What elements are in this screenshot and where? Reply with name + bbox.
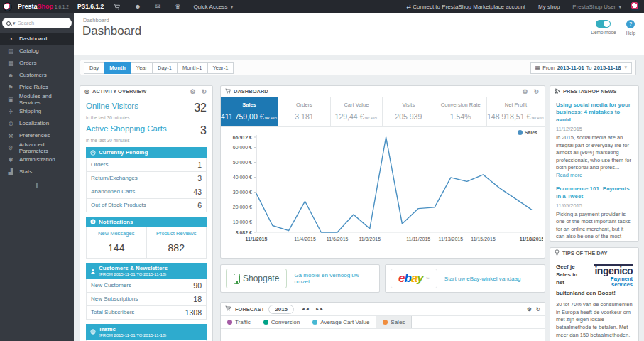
content-header: Dashboard Dashboard Demo mode ? Help: [74, 13, 644, 55]
shopgate-link[interactable]: Ga mobiel en verhoog uw omzet: [294, 272, 374, 285]
stats-icon: ▟: [7, 168, 14, 175]
range-button-year[interactable]: Year: [131, 62, 152, 74]
kpi-cart-value[interactable]: Cart Value129,44 € tax excl.: [331, 97, 383, 126]
forecast-tab-average-cart-value[interactable]: Average Cart Value: [306, 316, 376, 328]
quick-access-menu[interactable]: Quick Access ▾: [190, 4, 236, 10]
sidebar-item-customers[interactable]: ☻Customers: [0, 69, 74, 81]
sidebar-item-dashboard[interactable]: ◔Dashboard: [0, 33, 74, 45]
profile-icon[interactable]: ☻: [130, 3, 145, 10]
kpi-label: Orders: [278, 102, 329, 108]
customers-row[interactable]: New Customers90: [86, 279, 207, 293]
range-button-day[interactable]: Day: [84, 62, 104, 74]
sidebar-item-orders[interactable]: ▦Orders: [0, 57, 74, 69]
sidebar-item-label: Dashboard: [19, 36, 47, 42]
customers-newsletters-header: Customers & Newsletters(FROM 2015-11-01 …: [86, 263, 207, 279]
sidebar-item-advanced-parameters[interactable]: ⚙Advanced Parameters: [0, 141, 74, 153]
average-cart-value-dot: [312, 320, 317, 325]
range-button-day-1[interactable]: Day-1: [152, 62, 177, 74]
ebay-logo[interactable]: ebay ™: [391, 269, 437, 288]
refresh-icon[interactable]: ↻: [532, 88, 540, 95]
gear-icon[interactable]: ⚙: [520, 88, 529, 95]
my-shop-link[interactable]: My shop: [535, 4, 562, 10]
row-label: Abandoned Carts: [91, 188, 193, 195]
ebay-link[interactable]: Start uw eBay-winkel vandaag: [444, 276, 521, 282]
customers-row[interactable]: New Subscriptions18: [86, 293, 207, 306]
kpi-value: 148 918,51 € tax excl.: [487, 112, 545, 121]
forecast-prev-button[interactable]: ◄◄: [298, 305, 312, 313]
user-avatar[interactable]: [631, 2, 640, 11]
range-button-month[interactable]: Month: [104, 62, 131, 74]
cart-icon[interactable]: [109, 3, 124, 10]
kpi-conversion-rate[interactable]: Conversion Rate1.54%: [435, 97, 487, 126]
sidebar-menu: ◔Dashboard▤Catalog▦Orders☻Customers⚑Pric…: [0, 33, 74, 178]
sidebar-item-localization[interactable]: ⊕Localization: [0, 117, 74, 129]
sidebar-item-price-rules[interactable]: ⚑Price Rules: [0, 81, 74, 93]
news-article: Ecommerce 101: Payments in a Tweet11/05/…: [556, 185, 633, 242]
news-article-title[interactable]: Using social media for your business: 4 …: [556, 102, 633, 124]
shipping-icon: ✈: [7, 108, 14, 115]
kpi-visits[interactable]: Visits205 939: [383, 97, 435, 126]
kpi-orders[interactable]: Orders3 181: [278, 97, 330, 126]
sidebar-item-preferences[interactable]: ⚒Preferences: [0, 129, 74, 141]
search-input[interactable]: [18, 20, 67, 26]
help-icon[interactable]: ?: [626, 20, 635, 28]
chart-legend: Sales: [518, 130, 537, 135]
preferences-icon: ⚒: [7, 132, 14, 139]
customers-row[interactable]: Total Subscribers1308: [86, 306, 207, 320]
forecast-next-button[interactable]: ►►: [312, 305, 327, 313]
sidebar-item-stats[interactable]: ▟Stats: [0, 166, 74, 178]
catalog-icon: ▤: [7, 48, 14, 55]
kpi-suffix: tax excl.: [364, 116, 378, 120]
notification-new-messages[interactable]: New Messages144: [87, 227, 146, 258]
read-more-link[interactable]: Read more: [556, 172, 582, 178]
modules-and-services-icon: ▣: [7, 96, 14, 103]
sidebar-collapse-button[interactable]: ‖: [0, 182, 74, 189]
forecast-tab-traffic[interactable]: Traffic: [221, 316, 257, 328]
messages-icon[interactable]: ✉: [151, 3, 165, 10]
prestashop-logo-icon[interactable]: [3, 2, 12, 11]
user-menu[interactable]: PrestaShop User ▾: [569, 4, 624, 10]
kpi-net-profit[interactable]: Net Profit148 918,51 € tax excl.: [487, 97, 545, 126]
search-scope-caret-icon[interactable]: ▾: [13, 21, 16, 26]
sidebar-item-administration[interactable]: ✱Administration: [0, 153, 74, 166]
badges-trophy-icon[interactable]: ♛: [170, 3, 185, 10]
rss-icon: [555, 88, 560, 95]
shopgate-logo[interactable]: Shopgate: [226, 269, 287, 288]
sales-dot: [383, 320, 388, 325]
gear-icon[interactable]: ⚙: [188, 88, 197, 95]
date-range-picker[interactable]: ▦ From 2015-11-01 To 2015-11-18 ▾: [530, 62, 632, 74]
active-carts-link[interactable]: Active Shopping Carts: [86, 124, 200, 133]
marketplace-connect-link[interactable]: ⇄ Connect to PrestaShop Marketplace acco…: [403, 4, 528, 10]
kpi-sales[interactable]: Sales411 759,00 € tax excl.: [221, 97, 278, 126]
pending-row[interactable]: Out of Stock Products6: [86, 199, 207, 212]
news-article-title[interactable]: Ecommerce 101: Payments in a Tweet: [556, 185, 633, 200]
caret-down-icon: ▾: [618, 4, 621, 9]
forecast-panel-title: FORECAST: [235, 306, 264, 313]
sidebar-item-shipping[interactable]: ✈Shipping: [0, 105, 74, 117]
sidebar-item-modules-and-services[interactable]: ▣Modules and Services: [0, 93, 74, 105]
svg-text:11/15/2015: 11/15/2015: [471, 237, 496, 242]
notification-product-reviews[interactable]: Product Reviews882: [146, 227, 207, 258]
online-visitors-link[interactable]: Online Visitors: [86, 102, 194, 110]
pending-row[interactable]: Abandoned Carts43: [86, 185, 207, 199]
sales-legend-label: Sales: [525, 130, 537, 135]
dashboard-panel-title: DASHBOARD: [234, 88, 268, 94]
demo-mode-toggle[interactable]: [596, 20, 611, 28]
breadcrumb: Dashboard: [83, 17, 109, 23]
sidebar-item-label: Shipping: [19, 108, 41, 114]
forecast-tab-conversion[interactable]: Conversion: [257, 316, 306, 328]
pending-row[interactable]: Return/Exchanges3: [86, 172, 207, 185]
gear-icon[interactable]: ⚙: [527, 306, 532, 313]
range-button-month-1[interactable]: Month-1: [177, 62, 207, 74]
row-label: Return/Exchanges: [91, 175, 197, 181]
refresh-icon[interactable]: ↻: [536, 306, 540, 313]
traffic-range-sub: (FROM 2015-11-01 TO 2015-11-18): [99, 333, 166, 338]
forecast-year: 2015: [268, 305, 294, 314]
forecast-tab-label: Traffic: [235, 319, 251, 325]
sidebar-item-catalog[interactable]: ▤Catalog: [0, 45, 74, 57]
calendar-icon: ▦: [535, 65, 541, 71]
refresh-icon[interactable]: ↻: [200, 88, 208, 95]
pending-row[interactable]: Orders1: [86, 158, 207, 172]
forecast-tab-sales[interactable]: Sales: [376, 316, 412, 328]
range-button-year-1[interactable]: Year-1: [207, 62, 234, 74]
